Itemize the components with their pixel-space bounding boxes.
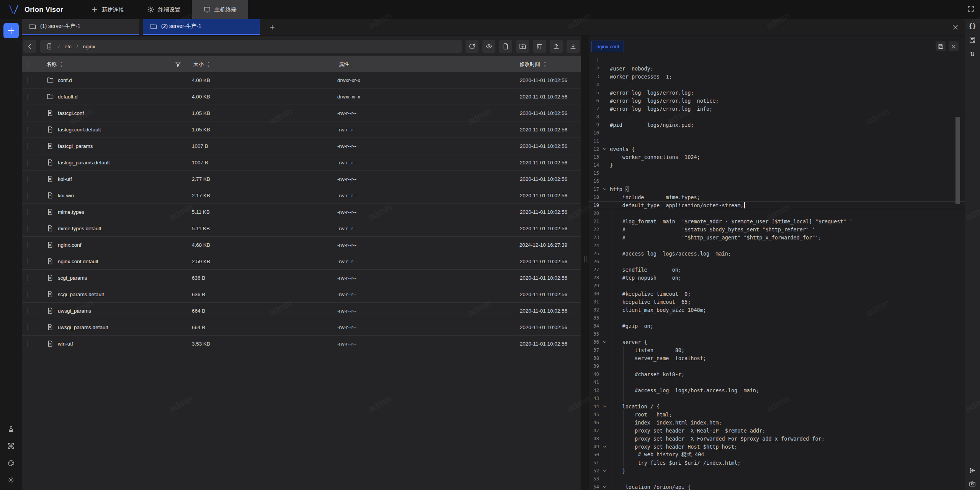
line-number: 4 [589, 82, 599, 87]
file-row-scgi_params.default[interactable]: scgi_params.default636 B-rw-r--r--2020-1… [22, 286, 581, 303]
fold-chevron-icon[interactable] [599, 187, 610, 192]
row-checkbox[interactable] [28, 291, 28, 298]
new-file-button[interactable] [499, 40, 512, 53]
select-all-checkbox[interactable] [28, 61, 28, 67]
topbar-menu-0[interactable]: 新建连接 [79, 0, 136, 19]
palette-icon[interactable] [7, 459, 15, 467]
row-checkbox[interactable] [28, 209, 28, 215]
fold-chevron-icon[interactable] [599, 146, 610, 151]
file-name: fastcgi.conf.default [58, 127, 101, 133]
line-number: 43 [589, 395, 599, 401]
editor-file-tab[interactable]: nginx.conf [591, 41, 624, 52]
file-icon [46, 192, 54, 199]
file-row-default.d[interactable]: default.d4.00 KBdrwxr-xr-x2020-11-01 10:… [22, 88, 581, 105]
file-row-nginx.conf[interactable]: nginx.conf4.68 KB-rw-r--r--2024-12-10 16… [22, 237, 581, 253]
new-tab-button[interactable] [264, 19, 281, 35]
close-panel-icon[interactable] [952, 23, 959, 31]
settings-icon[interactable] [7, 476, 15, 484]
column-size-label: 大小 [193, 61, 204, 68]
file-name: uwsgi_params.default [58, 324, 108, 330]
file-row-koi-utf[interactable]: koi-utf2.77 KB-rw-r--r--2020-11-01 10:02… [22, 171, 581, 187]
row-checkbox[interactable] [28, 324, 28, 331]
file-name: scgi_params.default [58, 292, 104, 297]
code-editor[interactable]: 12#user nobody;3worker_processes 1;45#er… [589, 56, 965, 490]
line-number: 15 [589, 170, 599, 176]
braces-icon[interactable]: {} [969, 22, 976, 29]
screenshot-icon[interactable] [969, 480, 976, 488]
row-checkbox[interactable] [28, 110, 28, 116]
row-checkbox[interactable] [28, 275, 28, 281]
file-row-win-utf[interactable]: win-utf3.53 KB-rw-r--r--2020-11-01 10:02… [22, 336, 581, 352]
swap-vertical-icon[interactable] [969, 50, 976, 58]
file-row-fastcgi_params[interactable]: fastcgi_params1007 B-rw-r--r--2020-11-01… [22, 138, 581, 154]
panel-divider[interactable] [581, 36, 589, 490]
file-row-uwsgi_params.default[interactable]: uwsgi_params.default664 B-rw-r--r--2020-… [22, 319, 581, 336]
fold-chevron-icon[interactable] [599, 468, 610, 473]
row-checkbox[interactable] [28, 258, 28, 265]
file-mtime: 2024-12-10 16:27:39 [497, 242, 581, 248]
sort-name-icon[interactable] [59, 61, 64, 67]
file-row-scgi_params[interactable]: scgi_params636 B-rw-r--r--2020-11-01 10:… [22, 270, 581, 286]
filter-icon[interactable] [174, 61, 182, 68]
file-row-koi-win[interactable]: koi-win2.17 KB-rw-r--r--2020-11-01 10:02… [22, 187, 581, 204]
send-icon[interactable] [969, 467, 976, 474]
row-checkbox[interactable] [28, 176, 28, 182]
close-file-button[interactable] [949, 41, 959, 51]
file-row-nginx.conf.default[interactable]: nginx.conf.default2.59 KB-rw-r--r--2020-… [22, 253, 581, 270]
new-folder-button[interactable] [516, 40, 529, 53]
code-text: location / { [610, 402, 965, 410]
row-checkbox[interactable] [28, 242, 28, 248]
resize-handle[interactable] [584, 256, 586, 262]
user-icon[interactable] [7, 425, 15, 433]
topbar-menu-2[interactable]: 主机终端 [192, 0, 248, 19]
file-name: fastcgi_params.default [58, 160, 110, 166]
file-row-mime.types[interactable]: mime.types5.11 KB-rw-r--r--2020-11-01 10… [22, 204, 581, 220]
row-checkbox[interactable] [28, 143, 28, 149]
file-row-fastcgi_params.default[interactable]: fastcgi_params.default1007 B-rw-r--r--20… [22, 154, 581, 171]
breadcrumb-item-nginx[interactable]: nginx [83, 44, 95, 49]
code-line-46: 46 index index.html index.htm; [589, 418, 965, 426]
row-checkbox[interactable] [28, 225, 28, 232]
file-row-uwsgi_params[interactable]: uwsgi_params664 B-rw-r--r--2020-11-01 10… [22, 303, 581, 319]
row-checkbox[interactable] [28, 341, 28, 347]
download-button[interactable] [567, 40, 580, 53]
fullscreen-icon[interactable] [967, 5, 975, 13]
file-info-icon[interactable] [969, 36, 976, 44]
file-row-conf.d[interactable]: conf.d4.00 KBdrwxr-xr-x2020-11-01 10:02:… [22, 72, 581, 88]
refresh-button[interactable] [466, 40, 479, 53]
fold-chevron-icon[interactable] [599, 484, 610, 489]
sort-size-icon[interactable] [206, 61, 211, 67]
fold-chevron-icon[interactable] [599, 339, 610, 344]
breadcrumb[interactable]: /etc/nginx [40, 40, 462, 53]
file-mtime: 2020-11-01 10:02:56 [497, 292, 581, 297]
session-tab-2[interactable]: (2) server-生产-1 [143, 19, 260, 35]
back-button[interactable] [23, 40, 36, 53]
line-number: 38 [589, 355, 599, 361]
row-checkbox[interactable] [28, 159, 28, 166]
row-checkbox[interactable] [28, 77, 28, 84]
fold-chevron-icon[interactable] [599, 404, 610, 409]
breadcrumb-item-etc[interactable]: etc [65, 44, 72, 49]
code-line-48: 48 proxy_set_header X-Forwarded-For $pro… [589, 434, 965, 442]
save-file-button[interactable] [936, 41, 946, 51]
upload-button[interactable] [550, 40, 563, 53]
row-checkbox[interactable] [28, 192, 28, 199]
new-connection-button[interactable] [3, 23, 19, 38]
file-row-fastcgi.conf.default[interactable]: fastcgi.conf.default1.05 KB-rw-r--r--202… [22, 121, 581, 138]
session-tab-1[interactable]: (1) server-生产-1 [22, 19, 139, 35]
sort-mtime-icon[interactable] [542, 61, 547, 67]
fold-chevron-icon[interactable] [599, 444, 610, 449]
command-icon[interactable]: ⌘ [7, 442, 15, 450]
file-row-fastcgi.conf[interactable]: fastcgi.conf1.05 KB-rw-r--r--2020-11-01 … [22, 105, 581, 121]
delete-button[interactable] [533, 40, 546, 53]
file-attr: -rw-r--r-- [337, 160, 497, 166]
code-text: sendfile on; [610, 265, 965, 274]
line-number: 13 [589, 154, 599, 160]
row-checkbox[interactable] [28, 93, 28, 100]
file-name: fastcgi.conf [58, 110, 84, 116]
file-row-mime.types.default[interactable]: mime.types.default5.11 KB-rw-r--r--2020-… [22, 220, 581, 237]
row-checkbox[interactable] [28, 308, 28, 314]
topbar-menu-1[interactable]: 终端设置 [136, 0, 192, 19]
preview-button[interactable] [482, 40, 495, 53]
row-checkbox[interactable] [28, 126, 28, 133]
